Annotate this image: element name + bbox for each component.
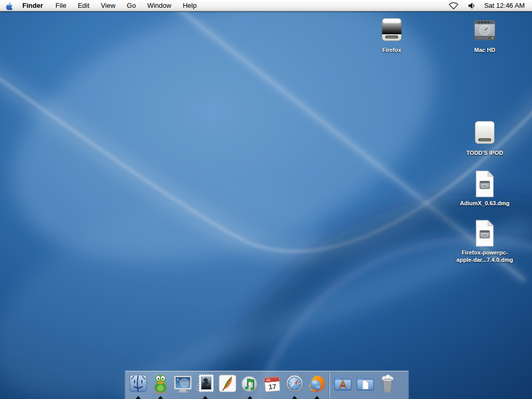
menu-window[interactable]: Window [141,0,177,11]
volume-icon [468,2,476,10]
documents-folder-icon [355,373,376,394]
running-indicator [136,396,141,399]
adium-duck-icon [150,373,171,394]
desktop-icon-todds-ipod[interactable]: TODD'S IPOD [454,118,516,156]
removable-disk-icon [377,16,406,45]
apple-icon [5,1,13,10]
running-indicator [247,396,252,399]
volume-menu[interactable] [463,0,480,11]
firefox-icon [307,373,327,394]
desktop-icon-label: TODD'S IPOD [467,149,503,156]
running-indicator [158,396,163,399]
dock-item-ical[interactable]: JUL 17 [262,373,283,399]
dock-item-safari[interactable] [284,373,305,399]
finder-icon [128,373,149,394]
dock-item-mail[interactable] [195,373,216,399]
desktop-icon-label: Firefox [382,46,402,54]
apple-menu[interactable] [0,0,18,11]
dock-item-firefox[interactable] [307,373,327,399]
desktop-icon-mac-hd[interactable]: Mac HD [454,16,516,54]
running-indicator [314,396,320,399]
disk-image-file-icon [472,219,497,247]
desktop-icon-firefox-volume[interactable]: Firefox [361,16,423,54]
disk-image-file-icon [472,170,497,198]
menu-bar-status: Sat 12:46 AM [444,0,532,11]
dock: >_ [125,370,409,399]
safari-compass-icon [284,373,305,394]
photoshop-feather-icon [217,373,238,394]
itunes-cd-icon [240,373,260,394]
menu-app-name[interactable]: Finder [18,0,50,11]
desktop-icon-label: Firefox-powerpc- apple-dar...7.4.0.dmg [457,249,513,263]
menu-bar-left: Finder File Edit View Go Window Help [0,0,202,11]
dock-item-documents-folder[interactable] [355,373,376,399]
ical-calendar-icon: JUL 17 [262,373,283,394]
desktop: Firefox Mac HD [0,11,532,399]
applications-folder-icon [332,373,353,394]
internal-drive-icon [470,16,499,45]
ical-month: JUL [266,379,271,382]
label-line-2: apple-dar...7.4.0.dmg [457,256,513,263]
label-line-1: Firefox-powerpc- [457,249,513,256]
dock-item-photoshop[interactable] [217,373,238,399]
desktop-icon-adiumx-dmg[interactable]: AdiumX_0.63.dmg [454,170,516,207]
desktop-icon-label: AdiumX_0.63.dmg [460,200,509,207]
menu-file[interactable]: File [50,0,72,11]
menu-go[interactable]: Go [121,0,141,11]
dock-item-adium[interactable] [150,373,171,399]
airport-icon [448,2,459,10]
menu-bar: Finder File Edit View Go Window Help Sat… [0,0,532,11]
dock-item-finder[interactable] [128,373,149,399]
menu-edit[interactable]: Edit [72,0,95,11]
dock-item-applications-folder[interactable] [332,373,353,399]
dock-item-itunes[interactable] [240,373,260,399]
running-indicator [203,396,208,399]
mail-stamp-icon [195,373,216,394]
airport-menu[interactable] [444,0,463,11]
dock-item-terminal[interactable]: >_ [172,373,193,399]
desktop-icon-label: Mac HD [474,46,495,54]
dock-divider [329,373,330,398]
removable-disk-icon [470,118,499,148]
terminal-icon: >_ [172,373,193,394]
menu-help[interactable]: Help [177,0,203,11]
desktop-icon-firefox-dmg[interactable]: Firefox-powerpc- apple-dar...7.4.0.dmg [448,219,521,263]
menu-view[interactable]: View [95,0,121,11]
menu-clock[interactable]: Sat 12:46 AM [480,2,527,9]
running-indicator [292,396,297,399]
dock-item-trash[interactable] [377,373,398,399]
svg-text:>_: >_ [177,378,181,382]
trash-full-icon [377,373,398,394]
ical-day: 17 [268,382,276,391]
